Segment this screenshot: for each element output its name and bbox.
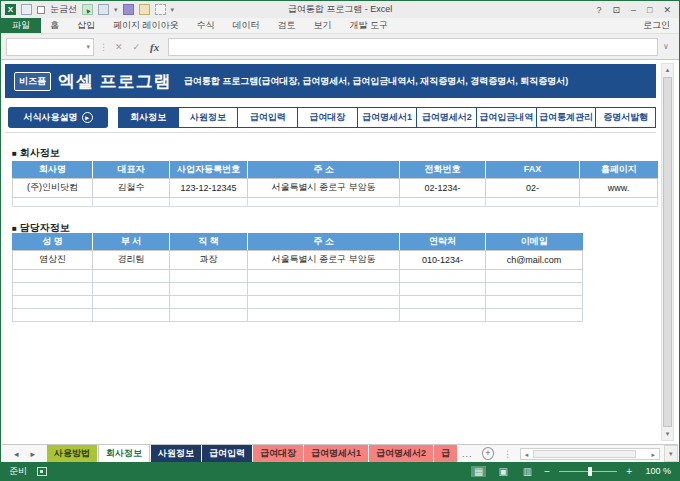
sign-in-link[interactable]: 로그인 [643,18,679,33]
prev-sheet-icon[interactable]: ◂ [14,449,19,459]
table-row-empty [13,295,583,308]
ribbon-tab-insert[interactable]: 삽입 [68,18,104,33]
scrollbar-track[interactable] [532,449,648,459]
cell-address[interactable]: 서울특별시 종로구 부암동 [248,250,400,269]
company-info-table: 회사명 대표자 사업자등록번호 주 소 전화번호 FAX 홈페이지 (주)인비닷… [12,161,658,207]
paste-icon[interactable] [139,4,150,15]
close-icon[interactable]: ✕ [663,5,671,15]
name-box-dropdown-icon[interactable]: ▾ [86,43,93,51]
cell-homepage[interactable]: www. [580,178,658,197]
col-phone: 전화번호 [400,161,486,178]
ribbon-display-options-icon[interactable]: ⊡ [612,5,620,15]
scroll-left-icon[interactable]: ◂ [521,449,532,459]
nav-tab-certificates[interactable]: 증명서발행 [596,107,656,128]
nav-tab-deposit-list[interactable]: 급여입금내역 [477,107,537,128]
borders-icon[interactable] [98,4,109,15]
scrollbar-thumb[interactable] [663,77,672,427]
zoom-level[interactable]: 100 % [641,466,671,476]
zoom-slider[interactable] [559,471,617,472]
cell-email[interactable]: ch@mail.com [486,250,583,269]
cell-department[interactable]: 경리팀 [93,250,170,269]
ribbon-tab-review[interactable]: 검토 [269,18,305,33]
zoom-out-icon[interactable]: − [544,466,550,477]
nav-tab-employee-info[interactable]: 사원정보 [179,107,239,128]
nav-tab-pay-input[interactable]: 급여입력 [238,107,298,128]
scroll-down-icon[interactable]: ▾ [662,428,673,440]
select-cursor-icon[interactable]: ▲ [82,4,93,15]
cell-fax[interactable]: 02- [486,178,580,197]
scroll-right-icon[interactable]: ▸ [648,449,659,459]
ribbon-tab-data[interactable]: 데이터 [224,18,269,33]
horizontal-scrollbar[interactable]: ◂ ▸ [520,448,660,460]
enter-entry-icon[interactable]: ✓ [133,42,141,52]
name-box[interactable]: ▾ [6,38,94,56]
minimize-icon[interactable]: – [631,5,636,15]
bizforms-logo: 비즈폼 [14,72,51,91]
ribbon-tab-formulas[interactable]: 수식 [188,18,224,33]
sheet-tab-pay-ledger[interactable]: 급여대장 [253,445,303,462]
normal-view-icon[interactable]: ▦ [471,466,486,477]
scroll-up-icon[interactable]: ▴ [662,64,673,76]
sheet-tab-company-info[interactable]: 회사정보 [98,445,150,462]
guide-button[interactable]: 서식사용설명 ▸ [8,107,108,128]
nav-tab-pay-ledger[interactable]: 급여대장 [298,107,358,128]
selection-icon[interactable] [155,4,166,15]
col-address: 주 소 [248,233,400,250]
sheet-tab-payslip2[interactable]: 급여명세서2 [369,445,433,462]
ribbon-tab-file[interactable]: 파일 [1,18,41,33]
status-bar: 준비 ▦ ▣ ▥ − + 100 % [1,462,679,480]
macro-record-icon[interactable] [37,467,47,476]
sheet-tab-partial[interactable]: 급 [434,445,457,462]
sheet-tab-payslip1[interactable]: 급여명세서1 [304,445,368,462]
scrollbar-thumb[interactable] [533,450,636,458]
gridlines-checkbox[interactable] [37,6,45,14]
cell-company-name[interactable]: (주)인비닷컴 [13,178,93,197]
ribbon-tab-bar: 파일 홈 삽입 페이지 레이아웃 수식 데이터 검토 보기 개발 도구 로그인 [1,18,679,34]
banner-title: 엑셀 프로그램 [58,70,172,93]
nav-tab-payslip2[interactable]: 급여명세서2 [417,107,477,128]
zoom-in-icon[interactable]: + [626,466,632,477]
borders-dropdown-icon[interactable]: ▾ [114,6,118,14]
page-break-view-icon[interactable]: ▥ [520,466,535,477]
table-header-row: 회사명 대표자 사업자등록번호 주 소 전화번호 FAX 홈페이지 [13,161,658,178]
nav-tab-pay-stats[interactable]: 급여통계관리 [537,107,597,128]
cell-business-number[interactable]: 123-12-12345 [170,178,248,197]
zoom-slider-thumb[interactable] [588,467,592,476]
table-header-row: 성 명 부 서 직 책 주 소 연락처 이메일 [13,233,583,250]
cell-name[interactable]: 염상진 [13,250,93,269]
vertical-scroll-down-icon[interactable]: ▾ [664,445,678,462]
gridlines-label: 눈금선 [50,3,77,16]
next-sheet-icon[interactable]: ▸ [31,449,36,459]
form-view-icon[interactable] [21,4,32,15]
sheet-tab-usage[interactable]: 사용방법 [47,445,97,462]
formula-input[interactable] [168,38,658,56]
page-layout-view-icon[interactable]: ▣ [495,466,510,477]
sheet-overflow-label: ... [458,449,477,459]
cell-phone[interactable]: 02-1234- [400,178,486,197]
maximize-icon[interactable]: □ [647,5,652,15]
section-divider [5,132,656,133]
table-row: 염상진 경리팀 과장 서울특별시 종로구 부암동 010-1234- ch@ma… [13,250,583,269]
sheet-tab-pay-input[interactable]: 급여입력 [202,445,252,462]
qat-customize-icon[interactable]: ▾ [171,6,175,14]
ribbon-tab-view[interactable]: 보기 [305,18,341,33]
help-icon[interactable]: ? [596,5,601,15]
ribbon-tab-home[interactable]: 홈 [41,18,68,33]
vertical-scrollbar[interactable]: ▴ ▾ [661,63,674,441]
table-row-empty [13,269,583,282]
ribbon-tab-page-layout[interactable]: 페이지 레이아웃 [104,18,188,33]
nav-tab-company-info[interactable]: 회사정보 [118,107,179,128]
cell-contact[interactable]: 010-1234- [400,250,486,269]
cancel-entry-icon[interactable]: ✕ [115,42,123,52]
save-icon[interactable] [123,4,134,15]
insert-function-icon[interactable]: fx [150,41,159,53]
expand-formula-bar-icon[interactable]: ∨ [658,42,674,51]
ribbon-tab-developer[interactable]: 개발 도구 [341,18,398,33]
guide-arrow-icon: ▸ [82,112,93,123]
nav-tab-payslip1[interactable]: 급여명세서1 [358,107,418,128]
cell-position[interactable]: 과장 [170,250,248,269]
cell-ceo[interactable]: 김철수 [93,178,170,197]
cell-address[interactable]: 서울특별시 종로구 부암동 [248,178,400,197]
new-sheet-icon[interactable]: + [482,447,494,460]
sheet-tab-employee-info[interactable]: 사원정보 [151,445,201,462]
